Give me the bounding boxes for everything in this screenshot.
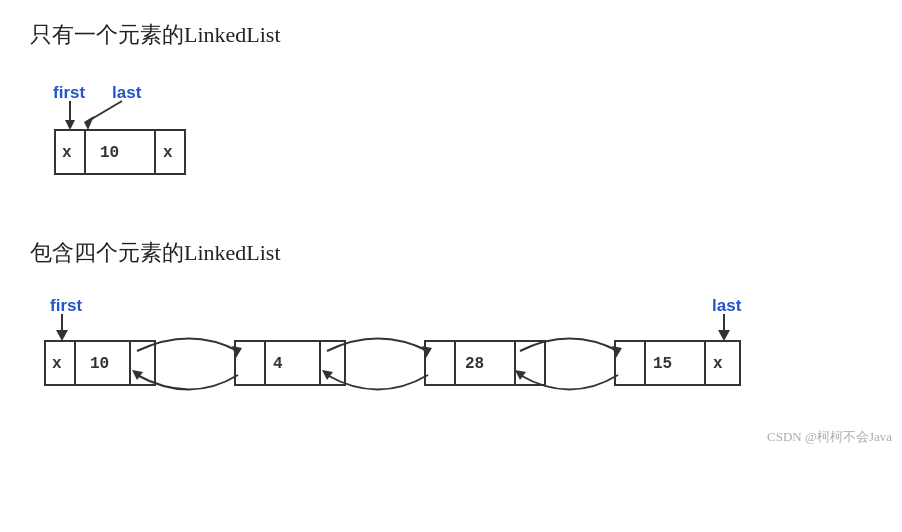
svg-text:first: first	[50, 296, 82, 315]
svg-text:x: x	[52, 355, 62, 373]
svg-text:10: 10	[100, 144, 119, 162]
svg-text:4: 4	[273, 355, 283, 373]
first-label-svg: first	[53, 83, 85, 102]
svg-text:10: 10	[90, 355, 109, 373]
svg-marker-3	[84, 116, 94, 130]
section2-title: 包含四个元素的LinkedList	[30, 238, 872, 268]
svg-text:15: 15	[653, 355, 672, 373]
svg-marker-15	[718, 330, 730, 341]
svg-text:x: x	[713, 355, 723, 373]
svg-marker-12	[56, 330, 68, 341]
four-diagram: first last x 10 4	[40, 286, 900, 436]
svg-marker-1	[65, 120, 75, 130]
single-diagram: first last x 10 x	[40, 68, 872, 188]
svg-text:x: x	[62, 144, 72, 162]
four-svg: first last x 10 4	[40, 286, 900, 436]
svg-text:x: x	[163, 144, 173, 162]
svg-text:28: 28	[465, 355, 484, 373]
section1-title: 只有一个元素的LinkedList	[30, 20, 872, 50]
single-svg: first last x 10 x	[40, 68, 872, 188]
svg-text:last: last	[712, 296, 742, 315]
last-label-svg: last	[112, 83, 142, 102]
page-container: 只有一个元素的LinkedList first last x	[0, 0, 902, 456]
watermark: CSDN @柯柯不会Java	[767, 428, 892, 446]
section-single: 只有一个元素的LinkedList first last x	[30, 20, 872, 188]
svg-rect-21	[235, 341, 345, 385]
svg-line-2	[90, 101, 122, 120]
section-four: 包含四个元素的LinkedList first last x 10	[30, 238, 872, 436]
